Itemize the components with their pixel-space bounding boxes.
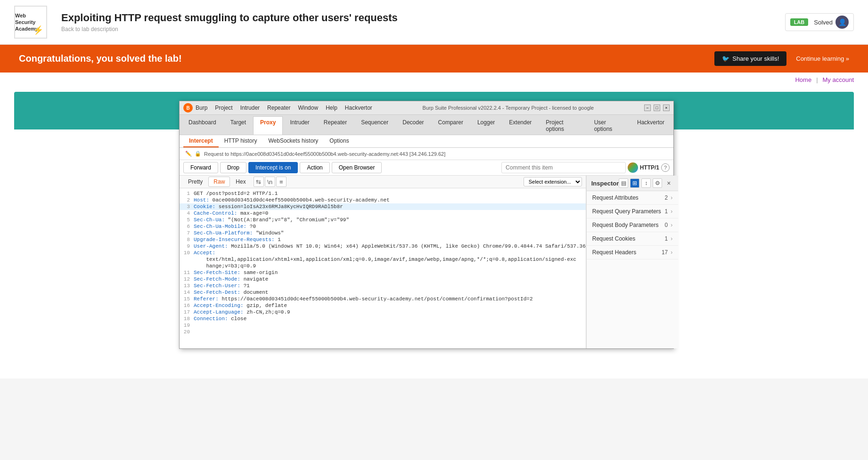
- request-url-text: Request to https://0ace008d03451d0dc4eef…: [204, 151, 445, 157]
- burp-main-tabs: Dashboard Target Proxy Intruder Repeater…: [180, 115, 673, 135]
- code-line-11: 11 Sec-Fetch-Site: same-origin: [180, 269, 586, 276]
- code-line-14: 14 Sec-Fetch-Dest: document: [180, 289, 586, 296]
- burp-menu: Burp Project Intruder Repeater Window He…: [196, 105, 372, 111]
- continue-learning-link[interactable]: Continue learning »: [796, 55, 849, 62]
- site-header: Web SecurityAcademy⚡ Exploiting HTTP req…: [0, 0, 868, 45]
- code-line-17: 17 Accept-Language: zh-CN,zh;q=0.9: [180, 309, 586, 315]
- menu-burp[interactable]: Burp: [196, 105, 207, 111]
- site-nav: Home | My account: [0, 73, 868, 87]
- intercept-button[interactable]: Intercept is on: [248, 162, 298, 173]
- wrap-icon[interactable]: ⇆: [254, 177, 264, 187]
- code-line-8: 8 Upgrade-Insecure-Requests: 1: [180, 236, 586, 243]
- editor-container: Pretty Raw Hex ⇆ \n ≡ Select extension..…: [180, 176, 673, 348]
- tab-hackvertor[interactable]: Hackvertor: [630, 116, 671, 135]
- drop-button[interactable]: Drop: [220, 162, 246, 173]
- code-line-10b: text/html,application/xhtml+xml,applicat…: [180, 256, 586, 263]
- code-line-6: 6 Sec-Ch-Ua-Mobile: ?0: [180, 223, 586, 230]
- menu-intruder[interactable]: Intruder: [240, 105, 260, 111]
- inspector-list-icon[interactable]: ▤: [619, 178, 628, 188]
- inspector-row-query-params[interactable]: Request Query Parameters 1 ›: [587, 205, 679, 218]
- code-line-5: 5 Sec-Ch-Ua: "(Not(A:Brand";v="8", "Chro…: [180, 217, 586, 223]
- solved-text: Solved: [814, 19, 833, 26]
- logo-text: Web SecurityAcademy⚡: [15, 12, 46, 32]
- inspector-row-request-attributes[interactable]: Request Attributes 2 ›: [587, 191, 679, 205]
- menu-window[interactable]: Window: [298, 105, 318, 111]
- header-title-area: Exploiting HTTP request smuggling to cap…: [61, 12, 771, 32]
- extension-select[interactable]: Select extension...: [524, 177, 582, 186]
- user-icon: 👤: [835, 16, 849, 29]
- my-account-link[interactable]: My account: [823, 76, 854, 83]
- code-line-4: 4 Cache-Control: max-age=0: [180, 210, 586, 217]
- proxy-tab-websockets[interactable]: WebSockets history: [262, 135, 324, 147]
- inspector-row-headers[interactable]: Request Headers 17 ›: [587, 246, 679, 259]
- inspector-title: Inspector: [591, 180, 619, 187]
- editor-tab-raw[interactable]: Raw: [208, 177, 230, 187]
- inspector-grid-icon[interactable]: ⊞: [630, 178, 639, 188]
- inspector-row-body-params[interactable]: Request Body Parameters 0 ›: [587, 218, 679, 232]
- code-line-20: 20: [180, 329, 586, 335]
- main-content: Home | My account • • • B Burp Project I…: [0, 73, 868, 379]
- tab-user-options[interactable]: User options: [587, 116, 630, 135]
- code-area[interactable]: 1 GET /post?postId=2 HTTP/1.1 2 Host: 0a…: [180, 188, 586, 348]
- inspector-row-cookies[interactable]: Request Cookies 1 ›: [587, 232, 679, 246]
- editor-tab-hex[interactable]: Hex: [231, 177, 250, 186]
- inspector-close-button[interactable]: ×: [664, 178, 673, 188]
- burp-titlebar: B Burp Project Intruder Repeater Window …: [180, 101, 673, 115]
- tab-extender[interactable]: Extender: [502, 116, 539, 135]
- inspector-panel: Inspector ▤ ⊞ ↕ ⚙ × Request Attributes 2…: [586, 176, 679, 348]
- editor-tabs: Pretty Raw Hex ⇆ \n ≡ Select extension..…: [180, 176, 586, 188]
- http-version-label: HTTP/1: [640, 164, 659, 171]
- tab-repeater[interactable]: Repeater: [317, 116, 354, 135]
- share-button[interactable]: 🐦 Share your skills!: [714, 51, 786, 66]
- open-browser-button[interactable]: Open Browser: [332, 162, 382, 173]
- menu-icon[interactable]: ≡: [276, 177, 287, 187]
- logo: Web SecurityAcademy⚡: [14, 6, 47, 39]
- proxy-tab-options[interactable]: Options: [324, 135, 354, 147]
- inspector-header: Inspector ▤ ⊞ ↕ ⚙ ×: [587, 176, 679, 191]
- home-link[interactable]: Home: [795, 76, 811, 83]
- congrats-text: Congratulations, you solved the lab!: [19, 53, 182, 64]
- code-line-2: 2 Host: 0ace008d03451d0dc4eef55000b500b4…: [180, 197, 586, 203]
- twitter-icon: 🐦: [722, 55, 729, 62]
- color-picker-icon[interactable]: [628, 162, 638, 173]
- inspector-settings-icon[interactable]: ⚙: [653, 178, 662, 188]
- proxy-tab-http-history[interactable]: HTTP history: [219, 135, 263, 147]
- menu-hackvertor[interactable]: Hackvertor: [345, 105, 372, 111]
- maximize-button[interactable]: □: [654, 105, 660, 111]
- forward-button[interactable]: Forward: [183, 162, 218, 173]
- request-toolbar: Forward Drop Intercept is on Action Open…: [180, 160, 673, 176]
- close-button[interactable]: ×: [663, 105, 670, 111]
- tab-project-options[interactable]: Project options: [539, 116, 587, 135]
- lab-title: Exploiting HTTP request smuggling to cap…: [61, 12, 771, 24]
- code-line-12: 12 Sec-Fetch-Mode: navigate: [180, 276, 586, 282]
- tab-dashboard[interactable]: Dashboard: [181, 116, 223, 135]
- tab-intruder[interactable]: Intruder: [283, 116, 316, 135]
- code-line-13: 13 Sec-Fetch-User: ?1: [180, 282, 586, 289]
- minimize-button[interactable]: −: [644, 105, 651, 111]
- banner-actions: 🐦 Share your skills! Continue learning »: [714, 51, 849, 66]
- tab-target[interactable]: Target: [223, 116, 253, 135]
- proxy-tab-intercept[interactable]: Intercept: [183, 135, 219, 147]
- help-icon[interactable]: ?: [661, 163, 670, 172]
- tab-proxy[interactable]: Proxy: [253, 116, 283, 135]
- solved-area: LAB Solved 👤: [785, 13, 854, 31]
- tab-decoder[interactable]: Decoder: [395, 116, 431, 135]
- editor-tab-pretty[interactable]: Pretty: [183, 177, 207, 186]
- tab-logger[interactable]: Logger: [470, 116, 502, 135]
- lock-icon: 🔒: [195, 151, 201, 157]
- backslash-icon[interactable]: \n: [265, 177, 275, 187]
- menu-help[interactable]: Help: [326, 105, 337, 111]
- inspector-align-icon[interactable]: ↕: [641, 178, 651, 188]
- burp-logo: B: [183, 103, 193, 113]
- menu-repeater[interactable]: Repeater: [267, 105, 290, 111]
- tab-comparer[interactable]: Comparer: [431, 116, 470, 135]
- code-line-19: 19: [180, 322, 586, 329]
- action-button[interactable]: Action: [300, 162, 329, 173]
- tab-sequencer[interactable]: Sequencer: [354, 116, 395, 135]
- comment-input[interactable]: [501, 162, 626, 173]
- code-line-18: 18 Connection: close: [180, 315, 586, 322]
- code-editor: Pretty Raw Hex ⇆ \n ≡ Select extension..…: [180, 176, 586, 348]
- nav-separator: |: [816, 76, 818, 83]
- menu-project[interactable]: Project: [215, 105, 232, 111]
- back-to-lab-link[interactable]: Back to lab description: [61, 26, 771, 32]
